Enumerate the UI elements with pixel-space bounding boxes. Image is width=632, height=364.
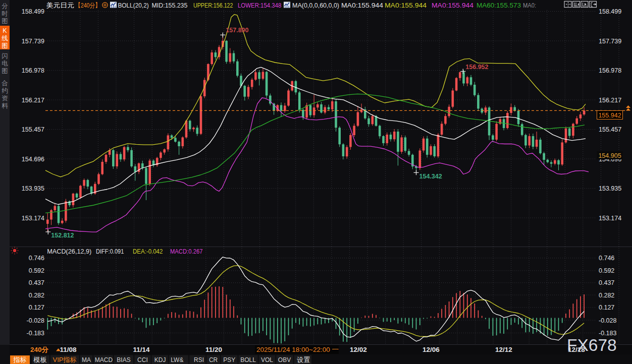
svg-text:闪: 闪 xyxy=(2,52,8,59)
svg-text:158.499: 158.499 xyxy=(599,8,621,15)
svg-text:BOLL(20,2): BOLL(20,2) xyxy=(118,2,148,9)
svg-text:-0.028: -0.028 xyxy=(599,317,616,324)
svg-text:MACD: MACD xyxy=(95,356,113,363)
svg-text:LOWER:154.348: LOWER:154.348 xyxy=(238,2,281,9)
svg-text:0.592: 0.592 xyxy=(599,267,614,274)
svg-text:MA0:155.944: MA0:155.944 xyxy=(432,2,473,9)
svg-text:0.282: 0.282 xyxy=(29,292,44,299)
svg-text:156.978: 156.978 xyxy=(22,67,44,74)
svg-text:0.127: 0.127 xyxy=(599,304,614,311)
svg-text:-0.183: -0.183 xyxy=(27,330,44,337)
svg-text:BIAS: BIAS xyxy=(117,356,130,363)
svg-text:美元日元: 美元日元 xyxy=(46,2,75,9)
svg-text:设置: 设置 xyxy=(297,356,310,363)
svg-text:MA0:155.944: MA0:155.944 xyxy=(385,2,427,9)
svg-text:11/08: 11/08 xyxy=(60,346,77,353)
svg-text:CCI: CCI xyxy=(137,356,148,363)
svg-text:153.174: 153.174 xyxy=(22,215,44,222)
svg-text:153.935: 153.935 xyxy=(599,185,621,192)
svg-text:分: 分 xyxy=(2,3,8,10)
svg-text:12/12: 12/12 xyxy=(495,346,512,353)
svg-text:0.127: 0.127 xyxy=(29,304,44,311)
svg-text:156.952: 156.952 xyxy=(465,64,488,71)
svg-text:BOLL: BOLL xyxy=(240,356,256,363)
svg-text:11/14: 11/14 xyxy=(133,346,150,353)
svg-text:LW&: LW& xyxy=(171,356,183,363)
svg-text:157.739: 157.739 xyxy=(599,38,621,45)
svg-text:线: 线 xyxy=(2,35,8,42)
svg-text:154.696: 154.696 xyxy=(22,156,44,163)
svg-text:240分: 240分 xyxy=(30,346,49,353)
svg-text:MA0:155.944: MA0:155.944 xyxy=(341,2,383,9)
svg-text:VOL: VOL xyxy=(261,356,273,363)
svg-text:155.942: 155.942 xyxy=(598,112,621,119)
svg-text:DIFF:0.091: DIFF:0.091 xyxy=(96,248,124,255)
svg-text:0.746: 0.746 xyxy=(29,255,44,262)
svg-text:153.935: 153.935 xyxy=(22,185,44,192)
svg-text:MA0:: MA0: xyxy=(523,2,536,9)
svg-text:0.437: 0.437 xyxy=(29,279,44,286)
svg-text:154.905: 154.905 xyxy=(598,152,621,159)
svg-text:MACD:0.267: MACD:0.267 xyxy=(170,248,202,255)
svg-text:153.174: 153.174 xyxy=(599,215,621,222)
svg-text:K: K xyxy=(3,27,7,34)
svg-text:12/02: 12/02 xyxy=(350,346,367,353)
svg-text:图: 图 xyxy=(2,18,8,25)
svg-text:0.437: 0.437 xyxy=(599,279,614,286)
svg-text:OBV: OBV xyxy=(278,356,291,363)
svg-text:UPPER:156.122: UPPER:156.122 xyxy=(193,2,233,9)
svg-text:0.746: 0.746 xyxy=(599,255,614,262)
svg-text:-0.028: -0.028 xyxy=(27,317,44,324)
svg-text:11/20: 11/20 xyxy=(205,346,222,353)
svg-text:CR: CR xyxy=(209,356,218,363)
svg-text:料: 料 xyxy=(2,102,8,109)
svg-text:MA(0,0,0,60,0,0): MA(0,0,0,60,0,0) xyxy=(292,2,339,9)
svg-text:时: 时 xyxy=(2,10,8,17)
svg-text:155.457: 155.457 xyxy=(599,126,621,133)
svg-text:模板: 模板 xyxy=(33,356,47,363)
svg-text:约: 约 xyxy=(2,87,8,94)
svg-text:图: 图 xyxy=(2,68,8,75)
svg-text:KDJ: KDJ xyxy=(154,356,166,363)
svg-text:158.499: 158.499 xyxy=(22,8,44,15)
svg-text:156.217: 156.217 xyxy=(22,97,44,104)
svg-text:指标: 指标 xyxy=(13,356,27,363)
svg-text:156.217: 156.217 xyxy=(599,97,621,104)
svg-text:合: 合 xyxy=(1,80,8,87)
svg-text:资: 资 xyxy=(2,95,8,102)
svg-text:MA: MA xyxy=(82,356,91,363)
svg-text:156.978: 156.978 xyxy=(599,67,621,74)
svg-text:0.592: 0.592 xyxy=(29,267,44,274)
svg-text:【240分】: 【240分】 xyxy=(75,2,100,9)
svg-text:12/06: 12/06 xyxy=(423,346,440,353)
svg-text:PSY: PSY xyxy=(223,356,235,363)
svg-text:155.457: 155.457 xyxy=(22,126,44,133)
svg-text:MID:155.235: MID:155.235 xyxy=(152,2,188,9)
svg-text:MA60:155.573: MA60:155.573 xyxy=(477,2,521,9)
svg-text:154.342: 154.342 xyxy=(419,173,442,180)
svg-text:MACD(26,12,9): MACD(26,12,9) xyxy=(47,248,91,255)
svg-text:RSI: RSI xyxy=(194,356,204,363)
svg-text:0.282: 0.282 xyxy=(599,292,614,299)
svg-text:DEA:-0.042: DEA:-0.042 xyxy=(133,248,163,255)
svg-text:图: 图 xyxy=(2,42,8,49)
svg-text:FX678: FX678 xyxy=(567,336,617,354)
svg-text:157.739: 157.739 xyxy=(22,38,44,45)
svg-text:电: 电 xyxy=(2,60,8,67)
svg-text:VIP指标: VIP指标 xyxy=(53,356,77,363)
svg-text:2025/11/24 18:00~22:00 一: 2025/11/24 18:00~22:00 一 xyxy=(256,346,339,353)
svg-text:152.812: 152.812 xyxy=(51,232,74,239)
svg-text:157.890: 157.890 xyxy=(226,27,248,34)
